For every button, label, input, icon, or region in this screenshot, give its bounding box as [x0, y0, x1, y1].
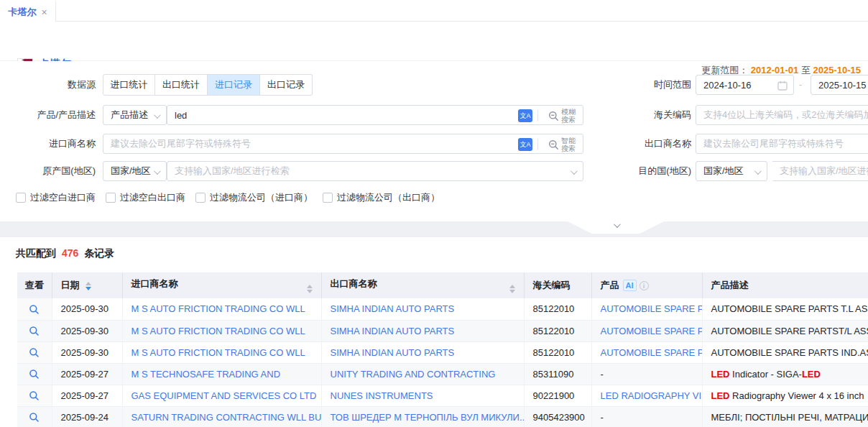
record-product-empty: -: [591, 363, 702, 385]
data-source-option[interactable]: 出口统计: [155, 74, 208, 96]
record-hs-code: 85311090: [524, 363, 591, 385]
product-link[interactable]: LED RADIOGRAPHY VI...: [601, 390, 703, 401]
ai-badge: AI: [623, 280, 637, 291]
table-row: 2025-09-27GAS EQUIPMENT AND SERVICES CO …: [17, 385, 868, 406]
col-header-description: 产品描述: [702, 272, 868, 298]
checkbox-icon[interactable]: [16, 193, 26, 203]
view-record-button[interactable]: [29, 412, 40, 423]
record-hs-code: 85122010: [524, 320, 591, 341]
data-source-option[interactable]: 进口记录: [208, 74, 260, 96]
table-row: 2025-09-30M S AUTO FRICTION TRADING CO W…: [17, 320, 868, 341]
product-type-value: 产品描述: [103, 109, 148, 121]
view-record-button[interactable]: [29, 304, 40, 315]
product-link[interactable]: AUTOMOBILE SPARE P...: [601, 347, 703, 358]
record-product-empty: -: [591, 406, 702, 427]
importer-link[interactable]: M S TECHNOSAFE TRADING AND: [131, 369, 281, 380]
hs-code-placeholder: 支持4位以上海关编码，或2位海关编码加上: [696, 109, 868, 121]
checkbox-icon[interactable]: [195, 193, 206, 203]
importer-link[interactable]: SATURN TRADING CONTRACTING WLL BUI...: [131, 412, 322, 423]
sort-icon[interactable]: [86, 282, 91, 290]
exporter-name-placeholder: 建议去除公司尾部字符或特殊符号: [696, 137, 844, 150]
divider: [537, 139, 538, 150]
record-hs-code: 85122010: [524, 341, 591, 363]
sort-icon[interactable]: [307, 285, 313, 293]
keyword-highlight: LED: [802, 369, 821, 380]
exporter-link[interactable]: SIMHA INDIAN AUTO PARTS: [331, 326, 455, 336]
search-icon: [29, 369, 40, 380]
importer-name-input[interactable]: 建议去除公司尾部字符或特殊符号 文A 智能搜索: [103, 134, 583, 154]
checkbox-icon[interactable]: [323, 193, 333, 203]
product-type-select[interactable]: 产品描述: [103, 105, 167, 125]
origin-country-label: 原产国(地区): [0, 160, 96, 182]
importer-link[interactable]: M S AUTO FRICTION TRADING CO WLL: [131, 347, 305, 358]
search-icon: [29, 390, 40, 401]
record-date: 2025-09-24: [52, 406, 122, 427]
keyword-highlight: LED: [711, 390, 730, 401]
exporter-link[interactable]: SIMHA INDIAN AUTO PARTS: [331, 303, 455, 314]
exporter-link[interactable]: UNITY TRADING AND CONTRACTING: [331, 369, 496, 380]
destination-type-select[interactable]: 国家/地区: [696, 161, 767, 181]
fuzzy-search-button[interactable]: 模糊搜索: [548, 108, 578, 124]
col-header-exporter[interactable]: 出口商名称: [321, 272, 524, 298]
importer-link[interactable]: M S AUTO FRICTION TRADING CO WLL: [131, 326, 305, 336]
exporter-name-label: 出口商名称: [582, 133, 691, 155]
exporter-link[interactable]: SIMHA INDIAN AUTO PARTS: [331, 347, 455, 358]
chevron-down-icon: [571, 167, 578, 175]
origin-country-type-select[interactable]: 国家/地区: [103, 161, 167, 181]
origin-country-type-value: 国家/地区: [103, 165, 151, 178]
product-link[interactable]: AUTOMOBILE SPARE P...: [601, 326, 703, 336]
sort-icon[interactable]: [509, 285, 515, 293]
chevron-down-icon: [154, 167, 161, 175]
hs-code-input[interactable]: 支持4位以上海关编码，或2位海关编码加上: [696, 105, 868, 125]
record-date: 2025-09-30: [52, 298, 122, 320]
start-date-input[interactable]: 2024-10-16: [696, 75, 794, 95]
checkbox-icon[interactable]: [106, 193, 116, 203]
view-record-button[interactable]: [29, 347, 40, 358]
search-icon: [29, 304, 40, 315]
exporter-name-input[interactable]: 建议去除公司尾部字符或特殊符号: [696, 134, 868, 154]
data-source-group: 进口统计出口统计进口记录出口记录: [103, 74, 313, 96]
product-link[interactable]: AUTOMOBILE SPARE P...: [601, 303, 703, 314]
record-description: LED Indicator - SIGA-LED: [702, 363, 868, 385]
results-panel: 共匹配到 476 条记录 查看 日期 进口商名称 出口商名称 海关编码 产品AI…: [0, 237, 868, 427]
destination-country-label: 目的国(地区): [582, 160, 691, 182]
data-source-option[interactable]: 出口记录: [260, 74, 313, 96]
data-source-option[interactable]: 进口统计: [103, 74, 155, 96]
smart-search-button[interactable]: 智能搜索: [548, 137, 578, 152]
search-icon: [548, 111, 559, 121]
checkbox-label: 过滤空白出口商: [120, 191, 185, 204]
col-header-date[interactable]: 日期: [52, 272, 122, 298]
tab-close-icon[interactable]: ×: [41, 6, 47, 18]
exporter-link[interactable]: ТОВ ШРЕДЕР М ТЕРНОПІЛЬ ВУЛ МИКУЛИ...: [331, 412, 525, 423]
tab-bar: 卡塔尔 ×: [0, 0, 868, 22]
checkbox-label: 过滤空白进口商: [30, 191, 96, 204]
filter-checkbox[interactable]: 过滤物流公司（出口商）: [323, 191, 440, 204]
view-record-button[interactable]: [29, 369, 40, 380]
filter-checkbox[interactable]: 过滤空白出口商: [106, 191, 185, 204]
col-header-importer[interactable]: 进口商名称: [122, 272, 321, 298]
importer-link[interactable]: M S AUTO FRICTION TRADING CO WLL: [131, 303, 305, 314]
end-date-input[interactable]: 2025-10-15: [811, 75, 868, 95]
checkbox-label: 过滤物流公司（出口商）: [337, 191, 440, 204]
exporter-link[interactable]: NUNES INSTRUMENTS: [331, 390, 433, 401]
destination-country-input[interactable]: 支持输入国家/地区进行检索: [772, 161, 868, 181]
product-search-value: led: [167, 110, 187, 121]
chevron-down-icon: [613, 221, 620, 228]
record-description: AUTOMOBILE SPARE PARTS IND.ASS...: [702, 341, 868, 363]
view-record-button[interactable]: [29, 326, 40, 336]
record-date: 2025-09-30: [52, 341, 122, 363]
origin-country-placeholder: 支持输入国家/地区进行检索: [167, 165, 290, 178]
translate-icon[interactable]: 文A: [518, 109, 532, 122]
translate-icon[interactable]: 文A: [518, 138, 532, 151]
info-icon[interactable]: i: [640, 281, 649, 290]
origin-country-input[interactable]: 支持输入国家/地区进行检索: [167, 161, 583, 181]
filter-checkbox[interactable]: 过滤空白进口商: [16, 191, 96, 204]
col-header-view: 查看: [17, 272, 52, 298]
product-search-input[interactable]: led 文A 模糊搜索: [167, 105, 583, 125]
filter-checkbox[interactable]: 过滤物流公司（进口商）: [195, 191, 313, 204]
tab-qatar[interactable]: 卡塔尔 ×: [0, 1, 56, 22]
table-row: 2025-09-30M S AUTO FRICTION TRADING CO W…: [17, 341, 868, 363]
importer-link[interactable]: GAS EQUIPMENT AND SERVICES CO LTD: [131, 390, 317, 401]
view-record-button[interactable]: [29, 390, 40, 401]
match-count-suffix: 条记录: [84, 247, 114, 259]
